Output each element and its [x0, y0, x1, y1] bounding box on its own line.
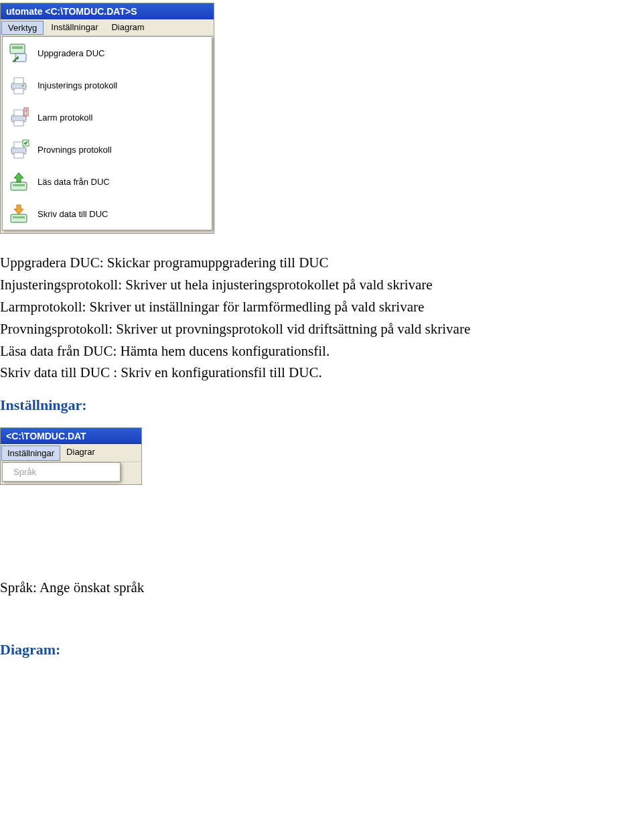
upload-icon	[7, 169, 31, 194]
menu-item-uppgradera-duc[interactable]: Uppgradera DUC	[3, 37, 212, 69]
menu-item-label: Skriv data till DUC	[38, 209, 108, 219]
menu-item-larm-protokoll[interactable]: ! Larm protokoll	[3, 101, 212, 133]
menu-item-skriv-data[interactable]: Skriv data till DUC	[3, 198, 212, 230]
screenshot-verktyg-menu: utomate <C:\TOMDUC.DAT>S Verktyg Inställ…	[0, 3, 214, 234]
desc-larm: Larmprotokoll: Skriver ut inställningar …	[0, 298, 643, 316]
printer-check-icon	[7, 137, 31, 161]
menu-installningar[interactable]: Inställningar	[1, 445, 60, 461]
svg-rect-14	[14, 142, 23, 148]
dropdown-menu-panel: Språk	[2, 462, 121, 482]
svg-marker-19	[14, 173, 23, 182]
svg-point-7	[22, 85, 24, 87]
heading-diagram: Diagram:	[0, 641, 643, 658]
menu-diagram[interactable]: Diagram	[104, 20, 151, 36]
svg-rect-5	[14, 78, 23, 84]
svg-rect-15	[14, 153, 23, 158]
menu-diagram[interactable]: Diagrar	[61, 445, 100, 462]
menu-item-label: Provnings protokoll	[38, 145, 112, 155]
screenshot-installningar-menu: <C:\TOMDUC.DAT Inställningar Diagrar Spr…	[0, 427, 142, 485]
menu-list: Uppgradera DUC Injusterings protokoll	[3, 37, 212, 230]
menubar: Inställningar Diagrar	[1, 444, 141, 462]
svg-rect-9	[14, 110, 23, 116]
svg-text:!: !	[25, 108, 27, 116]
menu-verktyg[interactable]: Verktyg	[1, 21, 44, 35]
menu-item-label: Uppgradera DUC	[38, 48, 104, 58]
menu-item-provnings-protokoll[interactable]: Provnings protokoll	[3, 133, 212, 165]
svg-rect-6	[14, 88, 23, 94]
download-icon	[7, 202, 31, 226]
menu-item-label: Läs data från DUC	[38, 177, 110, 187]
desc-sprak: Språk: Ange önskat språk	[0, 579, 643, 597]
description-block-2: Språk: Ange önskat språk Diagram:	[0, 579, 643, 658]
svg-rect-1	[12, 46, 23, 49]
desc-skriv: Skriv data till DUC : Skriv en konfigura…	[0, 364, 643, 382]
menu-installningar[interactable]: Inställningar	[44, 20, 104, 36]
desc-injusterings: Injusteringsprotokoll: Skriver ut hela i…	[0, 276, 643, 294]
window-titlebar: utomate <C:\TOMDUC.DAT>S	[1, 3, 214, 19]
menu-item-label: Injusterings protokoll	[38, 80, 117, 90]
dropdown-menu-panel: Uppgradera DUC Injusterings protokoll	[2, 36, 212, 230]
desc-provnings: Provningsprotokoll: Skriver ut provnings…	[0, 320, 643, 338]
menu-item-injusterings-protokoll[interactable]: Injusterings protokoll	[3, 69, 212, 101]
desc-lasa: Läsa data från DUC: Hämta hem ducens kon…	[0, 342, 643, 360]
svg-rect-21	[13, 216, 25, 218]
menu-item-label: Språk	[13, 467, 36, 477]
menu-item-sprak[interactable]: Språk	[3, 463, 120, 481]
heading-installningar: Inställningar:	[0, 397, 643, 414]
menu-item-label: Larm protokoll	[38, 113, 92, 123]
svg-marker-22	[14, 205, 23, 214]
window-titlebar: <C:\TOMDUC.DAT	[1, 428, 141, 444]
menu-list: Språk	[3, 463, 120, 481]
upgrade-icon	[7, 41, 31, 65]
svg-rect-18	[13, 184, 25, 186]
menu-item-las-data[interactable]: Läs data från DUC	[3, 165, 212, 198]
desc-uppgradera: Uppgradera DUC: Skickar programuppgrader…	[0, 254, 643, 272]
description-block: Uppgradera DUC: Skickar programuppgrader…	[0, 254, 643, 414]
printer-alert-icon: !	[7, 105, 31, 129]
printer-icon	[7, 73, 31, 97]
svg-rect-10	[14, 121, 23, 126]
menubar: Verktyg Inställningar Diagram	[1, 19, 214, 36]
